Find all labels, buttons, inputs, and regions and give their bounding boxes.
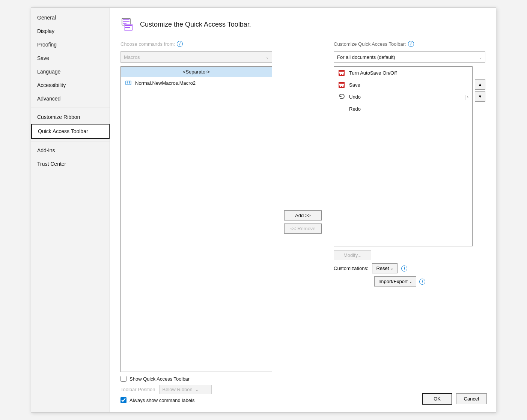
ok-button[interactable]: OK [422, 393, 452, 405]
sidebar-item-general[interactable]: General [31, 11, 110, 24]
toolbar-listbox[interactable]: Turn AutoSave On/Off [334, 66, 473, 246]
sidebar-divider-2 [31, 141, 110, 141]
toolbar-item-autosave[interactable]: Turn AutoSave On/Off [334, 67, 472, 79]
choose-commands-chevron-icon: ⌄ [266, 55, 269, 59]
svg-rect-2 [123, 21, 129, 22]
always-show-labels-checkbox[interactable] [120, 397, 126, 403]
sidebar-item-add-ins[interactable]: Add-ins [31, 144, 110, 157]
right-bottom-controls: Modify... Customizations: Reset ⌄ i [334, 250, 473, 286]
customize-info-icon[interactable]: i [408, 41, 414, 47]
toolbar-position-label: Toolbar Position [120, 387, 155, 392]
svg-rect-3 [123, 23, 126, 24]
toolbar-position-row: Toolbar Position Below Ribbon ⌄ [120, 385, 272, 394]
options-dialog: General Display Proofing Save Language A… [31, 8, 496, 412]
customizations-row: Customizations: Reset ⌄ i [334, 263, 473, 273]
svg-point-9 [129, 82, 130, 84]
always-show-labels-row: Always show command labels [120, 397, 272, 403]
sidebar-item-advanced[interactable]: Advanced [31, 92, 110, 105]
svg-rect-15 [341, 74, 342, 75]
toolbar-position-chevron-icon: ⌄ [195, 387, 199, 392]
save-icon [338, 81, 345, 88]
show-toolbar-row: Show Quick Access Toolbar [120, 376, 272, 382]
undo-label: Undo [349, 94, 461, 100]
autosave-label: Turn AutoSave On/Off [349, 70, 468, 76]
quick-access-toolbar-icon [120, 17, 136, 32]
right-column: Customize Quick Access Toolbar: i For al… [334, 41, 485, 403]
main-content: Customize the Quick Access Toolbar. Choo… [110, 8, 496, 412]
import-export-row: Import/Export ⌄ i [374, 276, 473, 286]
macro-icon [125, 79, 132, 87]
move-down-button[interactable]: ▼ [475, 91, 485, 102]
svg-rect-1 [123, 19, 129, 20]
undo-icon [338, 93, 345, 100]
customizations-label: Customizations: [334, 266, 368, 271]
customize-chevron-icon: ⌄ [479, 55, 482, 59]
sidebar-divider [31, 108, 110, 108]
right-listbox-col: Turn AutoSave On/Off [334, 66, 473, 286]
sidebar: General Display Proofing Save Language A… [31, 8, 110, 412]
svg-rect-21 [339, 82, 344, 84]
toolbar-item-undo[interactable]: Undo | › [334, 91, 472, 103]
arrow-down-icon: ▼ [478, 94, 482, 99]
redo-icon [338, 105, 345, 112]
import-export-info-icon[interactable]: i [419, 279, 425, 285]
customize-dropdown[interactable]: For all documents (default) ⌄ [334, 51, 485, 63]
sidebar-item-accessibility[interactable]: Accessibility [31, 78, 110, 92]
toolbar-item-redo[interactable]: Redo [334, 103, 472, 115]
sidebar-item-customize-ribbon[interactable]: Customize Ribbon [31, 110, 110, 124]
arrow-buttons: ▲ ▼ [475, 79, 485, 102]
commands-listbox[interactable]: <Separator> Normal.NewMac [120, 66, 272, 372]
import-export-button[interactable]: Import/Export ⌄ [374, 276, 416, 286]
import-export-chevron-icon: ⌄ [409, 279, 412, 284]
always-show-labels-label[interactable]: Always show command labels [129, 398, 194, 403]
sidebar-item-language[interactable]: Language [31, 65, 110, 78]
reset-info-icon[interactable]: i [401, 266, 407, 272]
reset-chevron-icon: ⌄ [390, 266, 393, 270]
show-toolbar-checkbox[interactable] [120, 376, 126, 382]
reset-button[interactable]: Reset ⌄ [372, 263, 398, 273]
left-bottom-controls: Show Quick Access Toolbar Toolbar Positi… [120, 376, 272, 403]
svg-rect-5 [125, 25, 132, 26]
svg-rect-20 [341, 86, 342, 87]
sidebar-item-proofing[interactable]: Proofing [31, 38, 110, 51]
show-toolbar-label[interactable]: Show Quick Access Toolbar [129, 376, 190, 382]
choose-commands-info-icon[interactable]: i [177, 41, 183, 47]
undo-sub: | › [464, 94, 468, 100]
redo-label: Redo [349, 106, 468, 112]
page-header: Customize the Quick Access Toolbar. [120, 17, 485, 32]
right-col-with-arrows: Turn AutoSave On/Off [334, 66, 485, 286]
toolbar-position-dropdown: Below Ribbon ⌄ [159, 385, 212, 394]
add-button[interactable]: Add >> [284, 210, 322, 220]
move-up-button[interactable]: ▲ [475, 79, 485, 90]
modify-button: Modify... [334, 250, 371, 260]
svg-rect-16 [339, 70, 344, 72]
dialog-footer: OK Cancel [422, 393, 487, 405]
mid-buttons: Add >> << Remove [281, 210, 325, 234]
macro2-item[interactable]: Normal.NewMacros.Macro2 [121, 77, 272, 89]
save-label: Save [349, 82, 468, 88]
customize-label: Customize Quick Access Toolbar: i [334, 41, 485, 47]
remove-button[interactable]: << Remove [284, 224, 322, 234]
sidebar-item-display[interactable]: Display [31, 24, 110, 38]
svg-point-8 [127, 82, 128, 84]
choose-commands-dropdown[interactable]: Macros ⌄ [120, 51, 272, 63]
separator-item[interactable]: <Separator> [121, 67, 272, 77]
page-title: Customize the Quick Access Toolbar. [140, 21, 251, 28]
two-column-layout: Choose commands from: i Macros ⌄ <Separa… [120, 41, 485, 403]
toolbar-item-save[interactable]: Save [334, 79, 472, 91]
autosave-icon [338, 69, 345, 76]
svg-rect-6 [125, 27, 130, 28]
arrow-up-icon: ▲ [478, 82, 482, 87]
svg-rect-7 [126, 81, 131, 85]
choose-commands-label: Choose commands from: i [120, 41, 272, 47]
cancel-button[interactable]: Cancel [456, 393, 487, 404]
sidebar-item-trust-center[interactable]: Trust Center [31, 157, 110, 171]
sidebar-item-save[interactable]: Save [31, 51, 110, 65]
left-column: Choose commands from: i Macros ⌄ <Separa… [120, 41, 272, 403]
sidebar-item-quick-access-toolbar[interactable]: Quick Access Toolbar [31, 124, 110, 139]
